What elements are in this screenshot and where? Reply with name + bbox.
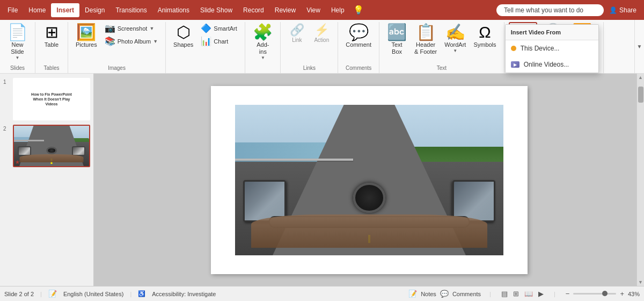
slide-canvas[interactable] (211, 86, 528, 274)
text-group-label: Text (437, 64, 447, 73)
presenter-view-icon[interactable]: ▶ (537, 289, 545, 299)
zoom-slider[interactable] (573, 293, 616, 295)
online-videos-icon: ▶ (511, 61, 519, 68)
chart-icon: 📊 (201, 36, 211, 46)
table-button[interactable]: ⊞ Table (40, 22, 63, 51)
guardrail (235, 159, 353, 161)
addins-button[interactable]: 🧩 Add-ins ▼ (250, 22, 276, 62)
slide-image (235, 105, 503, 255)
screenshot-photoalbum-group: 📷 Screenshot ▼ 📚 Photo Album ▼ (101, 22, 161, 47)
table-icon: ⊞ (45, 24, 58, 40)
separator-4: | (554, 291, 555, 297)
shapes-button[interactable]: ⬡ Shapes (170, 22, 196, 51)
language: English (United States) (63, 291, 124, 297)
vertical-scrollbar[interactable]: ▲ ▼ (636, 74, 644, 286)
canvas-area: ▲ ▼ (94, 74, 644, 286)
smartart-button[interactable]: 🔷 SmartArt (197, 22, 240, 34)
menu-insert[interactable]: Insert (51, 3, 79, 17)
menu-help[interactable]: Help (326, 3, 350, 17)
insert-video-dropdown: Insert Video From This Device... ▶ Onlin… (505, 24, 599, 73)
action-button[interactable]: ⚡ Action (310, 22, 333, 46)
notes-label: Notes (421, 291, 436, 297)
scroll-thumb[interactable] (638, 87, 643, 103)
slide-1-thumbnail[interactable]: How to Fix PowerPointWhen It Doesn't Pla… (13, 78, 90, 120)
menu-design[interactable]: Design (79, 3, 110, 17)
zoom-in-button[interactable]: + (618, 289, 626, 299)
menu-file[interactable]: File (2, 3, 23, 17)
photo-album-arrow: ▼ (153, 39, 158, 44)
slides-group-label: Slides (10, 64, 25, 73)
menu-slideshow[interactable]: Slide Show (195, 3, 238, 17)
ribbon-group-images: 🖼️ Pictures 📷 Screenshot ▼ 📚 Photo Album… (68, 22, 166, 73)
slide-panel: 1 How to Fix PowerPointWhen It Doesn't P… (0, 74, 94, 286)
comments-group-label: Comments (346, 64, 371, 73)
tell-me-input[interactable]: Tell me what you want to do (496, 4, 604, 16)
symbols-button[interactable]: Ω Symbols (470, 22, 499, 51)
online-videos-option[interactable]: ▶ Online Videos... (506, 56, 598, 73)
ribbon-group-addins: 🧩 Add-ins ▼ (245, 22, 281, 73)
this-device-option[interactable]: This Device... (506, 40, 598, 56)
menu-transitions[interactable]: Transitions (110, 3, 152, 17)
shapes-icon: ⬡ (177, 24, 191, 40)
online-videos-label: Online Videos... (524, 61, 569, 68)
dropdown-title: Insert Video From (506, 25, 598, 40)
tell-me-label: Tell me what you want to do (504, 6, 583, 14)
normal-view-icon[interactable]: ▤ (500, 289, 509, 299)
menu-home[interactable]: Home (23, 3, 51, 17)
menu-view[interactable]: View (301, 3, 326, 17)
lightbulb-icon: 💡 (353, 5, 364, 15)
slide-2-number: 2 (3, 125, 10, 132)
comments-label: Comments (452, 291, 481, 297)
zoom-out-button[interactable]: − (564, 289, 572, 299)
this-device-icon (511, 46, 516, 51)
photo-album-icon: 📚 (105, 36, 115, 46)
separator-2: | (130, 291, 131, 297)
smartart-chart-group: 🔷 SmartArt 📊 Chart (197, 22, 240, 47)
dropdown-arrow: ▼ (16, 55, 20, 60)
menu-review[interactable]: Review (269, 3, 301, 17)
comments-panel-button[interactable]: 💬 (438, 289, 450, 299)
instrument-cluster (353, 183, 385, 213)
addins-icon: 🧩 (253, 24, 273, 40)
accessibility-icon[interactable]: ♿ (138, 290, 145, 297)
ribbon-group-links: 🔗 Link ⚡ Action Links (281, 22, 338, 73)
ribbon-expand-button[interactable]: ▼ (634, 20, 644, 73)
ribbon-group-illustrations: ⬡ Shapes 🔷 SmartArt 📊 Chart (166, 22, 245, 73)
header-footer-button[interactable]: 📋 Header& Footer (411, 22, 440, 58)
slide-thumb-2[interactable]: 2 (3, 125, 90, 167)
pictures-button[interactable]: 🖼️ Pictures (72, 22, 100, 51)
scroll-up-arrow[interactable]: ▲ (637, 74, 644, 81)
share-button[interactable]: 👤 Share (604, 3, 642, 17)
separator-3: | (489, 291, 491, 297)
link-button[interactable]: 🔗 Link (285, 22, 309, 46)
new-slide-button[interactable]: 📄 NewSlide ▼ (4, 22, 31, 62)
comment-button[interactable]: 💬 Comment (342, 22, 375, 51)
notes-icon[interactable]: 📝 (48, 290, 57, 298)
accessibility-status: Accessibility: Investigate (152, 291, 216, 297)
ribbon-group-comments: 💬 Comment Comments (338, 22, 379, 73)
wordart-button[interactable]: ✍️ WordArt ▼ (441, 22, 469, 55)
screenshot-button[interactable]: 📷 Screenshot ▼ (101, 22, 161, 34)
photo-album-button[interactable]: 📚 Photo Album ▼ (101, 35, 161, 47)
slide-1-title: How to Fix PowerPointWhen It Doesn't Pla… (31, 92, 72, 106)
scroll-down-arrow[interactable]: ▼ (637, 278, 644, 286)
slide-2-thumbnail[interactable] (13, 125, 90, 167)
notes-panel-button[interactable]: 📝 (407, 289, 419, 299)
menu-animations[interactable]: Animations (152, 3, 195, 17)
view-mode-icons: ▤ ⊞ 📖 ▶ (500, 289, 545, 299)
chart-button[interactable]: 📊 Chart (197, 35, 240, 47)
textbox-button[interactable]: 🔤 TextBox (384, 22, 410, 58)
slide-sorter-icon[interactable]: ⊞ (511, 289, 521, 299)
menu-record[interactable]: Record (238, 3, 269, 17)
screenshot-arrow: ▼ (149, 26, 154, 31)
zoom-area: − + 43% (564, 289, 640, 299)
tables-group-label: Tables (44, 64, 60, 73)
reading-view-icon[interactable]: 📖 (523, 289, 535, 299)
scroll-track (637, 81, 644, 278)
ribbon-group-media: 🎬 Video ▼ 🔊 Audio ▼ ⏺️ ScreenRecording M… (504, 22, 604, 73)
new-slide-icon: 📄 (8, 24, 27, 40)
screenshot-icon: 📷 (105, 23, 115, 33)
link-icon: 🔗 (290, 24, 304, 36)
zoom-thumb[interactable] (602, 291, 608, 296)
slide-thumb-1[interactable]: 1 How to Fix PowerPointWhen It Doesn't P… (3, 78, 90, 120)
